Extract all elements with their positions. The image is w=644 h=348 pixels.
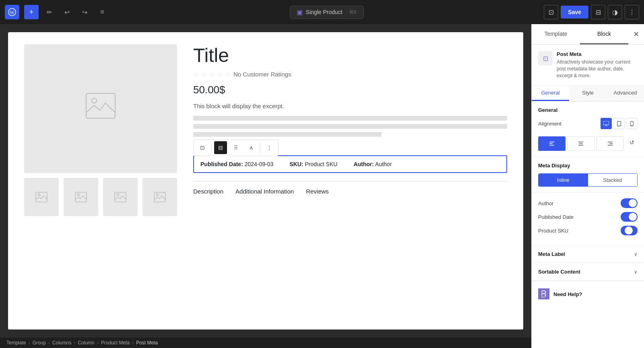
panel-header: Template Block ✕: [532, 24, 644, 45]
sku-label: SKU:: [289, 161, 303, 167]
product-title: Title: [193, 44, 507, 66]
svg-point-7: [78, 194, 80, 196]
toggle-sku-row: Product SKU: [538, 226, 638, 235]
product-layout: Title ☆ ☆ ☆ ☆ ☆ No Customer Ratings 50.0…: [24, 44, 507, 216]
svg-rect-2: [86, 93, 115, 118]
meta-icon-btn[interactable]: ⊡: [196, 141, 209, 154]
sub-tab-advanced[interactable]: Advanced: [607, 86, 644, 101]
display-stacked-btn[interactable]: Stacked: [588, 174, 638, 186]
svg-rect-12: [603, 121, 609, 125]
tab-description[interactable]: Description: [193, 188, 223, 195]
need-help[interactable]: 🅱 Need Help?: [532, 281, 644, 307]
add-button[interactable]: +: [24, 5, 39, 19]
template-pill[interactable]: ▣ Single Product ⌘K: [290, 6, 364, 19]
redo-button[interactable]: ↪: [77, 5, 92, 19]
product-area: Title ☆ ☆ ☆ ☆ ☆ No Customer Ratings 50.0…: [8, 32, 523, 329]
product-main-image: [24, 44, 177, 173]
topbar: W + ✏ ↩ ↪ ≡ ▣ Single Product ⌘K ⊡ Save ⊟…: [0, 0, 644, 24]
sortable-header[interactable]: Sortable Content ∨: [532, 263, 644, 280]
toggles-section: Author Published Date Product SKU: [532, 193, 644, 245]
meta-image-btn[interactable]: ⊟: [214, 141, 227, 154]
meta-display-section: Meta Display Inline Stacked: [532, 157, 644, 193]
breadcrumb-group[interactable]: Group: [33, 340, 46, 346]
meta-up-btn[interactable]: ∧: [245, 141, 258, 154]
list-view-button[interactable]: ≡: [95, 5, 109, 19]
breadcrumb-template[interactable]: Template: [6, 340, 26, 346]
breadcrumb-column[interactable]: Column: [78, 340, 94, 346]
meta-more-btn[interactable]: ⋮: [263, 141, 276, 154]
thumb-3[interactable]: [103, 178, 138, 216]
product-info-col: Title ☆ ☆ ☆ ☆ ☆ No Customer Ratings 50.0…: [193, 44, 507, 195]
tab-additional-info[interactable]: Additional Information: [235, 188, 294, 195]
author-label: Author:: [353, 161, 374, 167]
general-section-title: General: [538, 107, 638, 113]
align-center-btn[interactable]: [567, 136, 594, 151]
product-excerpt: This block will display the excerpt.: [193, 103, 507, 109]
product-price: 50.00$: [193, 84, 507, 96]
toolbar-sep-1: [211, 143, 212, 152]
star-5: ☆: [225, 70, 231, 78]
thumb-2[interactable]: [64, 178, 98, 216]
line-2: [193, 124, 507, 129]
view-icon-btn[interactable]: ⊡: [544, 5, 558, 19]
toggle-published-date[interactable]: [621, 212, 638, 222]
svg-point-5: [38, 194, 40, 196]
svg-point-11: [157, 194, 159, 196]
block-name: Post Meta: [557, 51, 638, 57]
block-desc: Attractively showcase your current post …: [557, 59, 638, 79]
canvas-inner: Title ☆ ☆ ☆ ☆ ☆ No Customer Ratings 50.0…: [8, 32, 523, 329]
toggle-published-knob: [629, 213, 637, 221]
canvas: Title ☆ ☆ ☆ ☆ ☆ No Customer Ratings 50.0…: [0, 24, 531, 348]
thumb-1[interactable]: [24, 178, 59, 216]
save-button[interactable]: Save: [561, 6, 588, 19]
product-tabs: Description Additional Information Revie…: [193, 181, 507, 195]
device-mobile-btn[interactable]: [626, 118, 638, 129]
alignment-label: Alignment: [538, 121, 561, 127]
tab-block[interactable]: Block: [580, 24, 628, 44]
align-reset-btn[interactable]: ↺: [626, 137, 638, 148]
right-panel: Template Block ✕ ⊡ Post Meta Attractivel…: [531, 24, 644, 348]
toggle-sku-label: Product SKU: [538, 228, 568, 234]
edit-button[interactable]: ✏: [42, 5, 56, 19]
align-right-btn[interactable]: [597, 136, 624, 151]
tab-template[interactable]: Template: [532, 24, 580, 44]
thumb-4[interactable]: [142, 178, 177, 216]
breadcrumb-columns[interactable]: Columns: [52, 340, 71, 346]
sub-tab-style[interactable]: Style: [569, 86, 607, 101]
display-inline-btn[interactable]: Inline: [539, 174, 588, 186]
breadcrumb-post-meta[interactable]: Post Meta: [136, 340, 158, 346]
toggle-author-knob: [629, 199, 637, 207]
toggle-author-label: Author: [538, 200, 553, 206]
undo-button[interactable]: ↩: [60, 5, 74, 19]
published-date-label: Published Date:: [200, 161, 243, 167]
more-options-btn[interactable]: ⋮: [625, 5, 639, 19]
panel-close-btn[interactable]: ✕: [628, 27, 644, 42]
contrast-btn[interactable]: ◑: [608, 5, 622, 19]
sidebar-toggle-btn[interactable]: ⊟: [591, 5, 605, 19]
meta-label-header[interactable]: Meta Label ∨: [532, 245, 644, 263]
svg-point-16: [619, 125, 619, 126]
tab-reviews[interactable]: Reviews: [306, 188, 329, 195]
breadcrumb-product-meta[interactable]: Product Meta: [101, 340, 130, 346]
help-icon: 🅱: [538, 288, 549, 301]
sub-tab-general[interactable]: General: [532, 86, 569, 101]
toggle-product-sku[interactable]: [621, 226, 638, 235]
toggle-sku-knob: [625, 227, 633, 235]
svg-text:W: W: [10, 10, 14, 15]
svg-rect-8: [115, 192, 126, 202]
svg-point-9: [117, 194, 119, 196]
toggle-author-row: Author: [538, 198, 638, 208]
meta-sku: SKU: Product SKU: [289, 161, 337, 167]
meta-published-date: Published Date: 2024-09-03: [200, 161, 273, 167]
device-tablet-btn[interactable]: [613, 118, 625, 129]
star-4: ☆: [217, 70, 223, 78]
svg-rect-4: [36, 192, 47, 202]
toggle-published-label: Published Date: [538, 214, 574, 220]
meta-move-btn[interactable]: ⠿: [229, 141, 242, 154]
sortable-section: Sortable Content ∨: [532, 263, 644, 281]
align-left-btn[interactable]: [538, 136, 566, 151]
meta-block: Published Date: 2024-09-03 SKU: Product …: [193, 155, 507, 173]
svg-rect-10: [154, 192, 165, 202]
toggle-author[interactable]: [621, 198, 638, 208]
device-desktop-btn[interactable]: [601, 118, 612, 129]
